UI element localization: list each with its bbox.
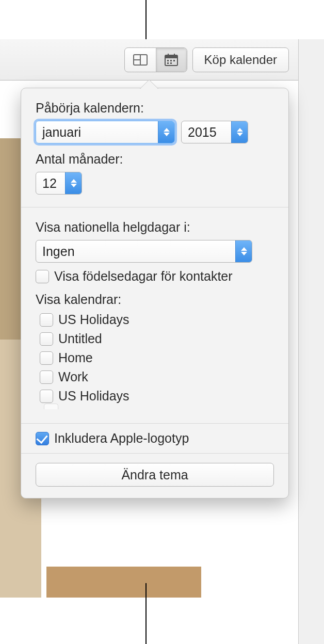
holidays-section: Visa nationella helgdagar i: Ingen Visa … bbox=[21, 207, 288, 423]
start-month-value: januari bbox=[42, 125, 81, 140]
dropdown-stepper-icon bbox=[65, 172, 82, 194]
months-count-value: 12 bbox=[42, 176, 57, 191]
dropdown-stepper-icon bbox=[231, 121, 248, 143]
start-year-select[interactable]: 2015 bbox=[181, 121, 248, 143]
start-month-select[interactable]: januari bbox=[36, 121, 175, 143]
dropdown-stepper-icon bbox=[235, 240, 252, 262]
svg-rect-4 bbox=[165, 55, 177, 58]
svg-rect-11 bbox=[170, 62, 172, 64]
show-birthdays-checkbox-row[interactable]: Visa födelsedagar för kontakter bbox=[36, 269, 274, 284]
background-photo-strip bbox=[0, 138, 23, 345]
include-logo-label: Inkludera Apple-logotyp bbox=[54, 431, 189, 446]
calendar-icon bbox=[164, 53, 179, 67]
svg-rect-9 bbox=[173, 60, 175, 61]
calendar-item-label: Work bbox=[58, 369, 88, 384]
checkbox-icon bbox=[40, 371, 53, 384]
months-count-label: Antal månader: bbox=[36, 152, 274, 167]
view-segmented-control bbox=[124, 47, 187, 72]
svg-rect-5 bbox=[168, 54, 169, 57]
change-theme-section: Ändra tema bbox=[21, 453, 288, 498]
toolbar: Köp kalender bbox=[0, 39, 298, 81]
svg-rect-6 bbox=[174, 54, 175, 57]
show-birthdays-label: Visa födelsedagar för kontakter bbox=[54, 269, 233, 284]
change-theme-button[interactable]: Ändra tema bbox=[36, 463, 274, 487]
calendar-settings-popover: Påbörja kalendern: januari 2015 Antal må… bbox=[21, 88, 289, 498]
calendar-item-label: US Holidays bbox=[58, 389, 129, 404]
window-gutter bbox=[298, 39, 324, 644]
calendar-checkbox-row[interactable]: Home bbox=[40, 350, 274, 365]
include-logo-checkbox-row[interactable]: Inkludera Apple-logotyp bbox=[36, 431, 274, 446]
svg-rect-10 bbox=[167, 62, 169, 64]
popover-arrow bbox=[140, 80, 158, 89]
start-section: Påbörja kalendern: januari 2015 Antal må… bbox=[21, 88, 288, 207]
calendar-item-label: US Holidays bbox=[58, 312, 129, 327]
checkbox-icon bbox=[40, 313, 53, 327]
calendar-checkbox-row[interactable]: US Holidays bbox=[40, 312, 274, 327]
background-photo-strip bbox=[46, 567, 201, 598]
show-calendars-label: Visa kalendrar: bbox=[36, 292, 274, 307]
checkbox-icon bbox=[36, 270, 49, 283]
checkbox-icon bbox=[40, 332, 53, 346]
calendar-item-label: Untitled bbox=[58, 331, 102, 346]
svg-rect-8 bbox=[170, 60, 172, 61]
holidays-label: Visa nationella helgdagar i: bbox=[36, 220, 274, 235]
list-overflow-indicator bbox=[44, 404, 274, 411]
layout-view-button[interactable] bbox=[125, 48, 156, 72]
start-calendar-label: Påbörja kalendern: bbox=[36, 101, 274, 116]
change-theme-label: Ändra tema bbox=[121, 468, 188, 482]
svg-rect-7 bbox=[167, 60, 169, 61]
calendar-checkbox-row[interactable]: US Holidays bbox=[40, 389, 274, 404]
months-count-select[interactable]: 12 bbox=[36, 172, 82, 195]
start-year-value: 2015 bbox=[188, 125, 217, 140]
layout-icon bbox=[133, 54, 148, 66]
holidays-country-select[interactable]: Ingen bbox=[36, 240, 252, 263]
calendar-checkbox-row[interactable]: Work bbox=[40, 369, 274, 384]
buy-calendar-button[interactable]: Köp kalender bbox=[192, 47, 289, 72]
calendars-list: US Holidays Untitled Home Work US Holida… bbox=[36, 312, 274, 411]
calendar-item-label: Home bbox=[58, 350, 93, 365]
calendar-settings-button[interactable] bbox=[156, 48, 187, 72]
buy-calendar-label: Köp kalender bbox=[204, 53, 277, 67]
holidays-country-value: Ingen bbox=[42, 244, 75, 259]
calendar-checkbox-row[interactable]: Untitled bbox=[40, 331, 274, 346]
checkbox-checked-icon bbox=[36, 432, 49, 445]
checkbox-icon bbox=[40, 351, 53, 365]
callout-line bbox=[145, 0, 147, 39]
checkbox-icon bbox=[40, 390, 53, 403]
callout-line bbox=[145, 583, 147, 644]
logo-section: Inkludera Apple-logotyp bbox=[21, 423, 288, 453]
dropdown-stepper-icon bbox=[158, 121, 174, 143]
